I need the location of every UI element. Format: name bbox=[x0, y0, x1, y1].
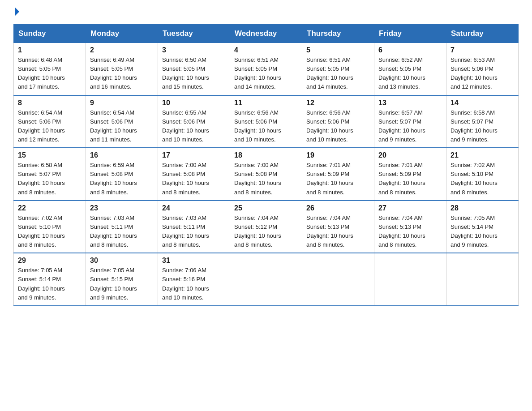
day-number: 23 bbox=[90, 204, 154, 212]
day-number: 16 bbox=[90, 151, 154, 159]
calendar-cell: 29 Sunrise: 7:05 AMSunset: 5:14 PMDaylig… bbox=[14, 253, 86, 305]
day-number: 10 bbox=[162, 99, 226, 107]
day-number: 28 bbox=[450, 204, 514, 212]
day-info: Sunrise: 7:00 AMSunset: 5:08 PMDaylight:… bbox=[162, 162, 209, 195]
day-info: Sunrise: 7:04 AMSunset: 5:13 PMDaylight:… bbox=[306, 214, 353, 248]
calendar-cell bbox=[374, 253, 446, 305]
day-info: Sunrise: 7:02 AMSunset: 5:10 PMDaylight:… bbox=[18, 214, 65, 248]
calendar-cell: 8 Sunrise: 6:54 AMSunset: 5:06 PMDayligh… bbox=[14, 95, 86, 148]
calendar-cell: 2 Sunrise: 6:49 AMSunset: 5:05 PMDayligh… bbox=[86, 43, 158, 95]
day-info: Sunrise: 6:53 AMSunset: 5:06 PMDaylight:… bbox=[450, 56, 498, 90]
day-info: Sunrise: 7:04 AMSunset: 5:12 PMDaylight:… bbox=[234, 214, 281, 248]
calendar-cell: 15 Sunrise: 6:58 AMSunset: 5:07 PMDaylig… bbox=[14, 148, 86, 201]
calendar-cell bbox=[446, 253, 519, 305]
calendar-cell: 25 Sunrise: 7:04 AMSunset: 5:12 PMDaylig… bbox=[230, 201, 302, 253]
calendar-cell: 22 Sunrise: 7:02 AMSunset: 5:10 PMDaylig… bbox=[14, 201, 86, 253]
calendar-cell: 24 Sunrise: 7:03 AMSunset: 5:11 PMDaylig… bbox=[158, 201, 230, 253]
day-info: Sunrise: 7:03 AMSunset: 5:11 PMDaylight:… bbox=[90, 214, 137, 248]
calendar-week-row: 15 Sunrise: 6:58 AMSunset: 5:07 PMDaylig… bbox=[14, 148, 519, 201]
day-info: Sunrise: 6:58 AMSunset: 5:07 PMDaylight:… bbox=[18, 162, 65, 195]
calendar-cell: 1 Sunrise: 6:48 AMSunset: 5:05 PMDayligh… bbox=[14, 43, 86, 95]
calendar-cell: 14 Sunrise: 6:58 AMSunset: 5:07 PMDaylig… bbox=[446, 95, 519, 148]
day-info: Sunrise: 6:51 AMSunset: 5:05 PMDaylight:… bbox=[306, 56, 353, 90]
day-info: Sunrise: 6:51 AMSunset: 5:05 PMDaylight:… bbox=[234, 56, 281, 90]
day-number: 4 bbox=[234, 46, 298, 54]
day-number: 12 bbox=[306, 99, 370, 107]
day-info: Sunrise: 6:57 AMSunset: 5:07 PMDaylight:… bbox=[378, 109, 425, 143]
calendar-cell: 9 Sunrise: 6:54 AMSunset: 5:06 PMDayligh… bbox=[86, 95, 158, 148]
calendar-cell: 30 Sunrise: 7:05 AMSunset: 5:15 PMDaylig… bbox=[86, 253, 158, 305]
calendar-table: SundayMondayTuesdayWednesdayThursdayFrid… bbox=[13, 24, 519, 306]
day-info: Sunrise: 6:54 AMSunset: 5:06 PMDaylight:… bbox=[18, 109, 65, 143]
day-number: 1 bbox=[18, 46, 82, 54]
day-number: 19 bbox=[306, 151, 370, 159]
day-info: Sunrise: 7:00 AMSunset: 5:08 PMDaylight:… bbox=[234, 162, 281, 195]
calendar-cell: 17 Sunrise: 7:00 AMSunset: 5:08 PMDaylig… bbox=[158, 148, 230, 201]
day-info: Sunrise: 6:54 AMSunset: 5:06 PMDaylight:… bbox=[90, 109, 137, 143]
day-number: 11 bbox=[234, 99, 298, 107]
day-info: Sunrise: 7:06 AMSunset: 5:16 PMDaylight:… bbox=[162, 267, 209, 300]
day-info: Sunrise: 6:56 AMSunset: 5:06 PMDaylight:… bbox=[306, 109, 353, 143]
day-info: Sunrise: 7:05 AMSunset: 5:15 PMDaylight:… bbox=[90, 267, 137, 300]
day-info: Sunrise: 6:50 AMSunset: 5:05 PMDaylight:… bbox=[162, 56, 209, 90]
weekday-header-tuesday: Tuesday bbox=[158, 25, 230, 43]
day-number: 14 bbox=[450, 99, 514, 107]
calendar-cell bbox=[302, 253, 374, 305]
calendar-cell: 4 Sunrise: 6:51 AMSunset: 5:05 PMDayligh… bbox=[230, 43, 302, 95]
calendar-cell: 16 Sunrise: 6:59 AMSunset: 5:08 PMDaylig… bbox=[86, 148, 158, 201]
weekday-header-saturday: Saturday bbox=[446, 25, 519, 43]
day-info: Sunrise: 6:48 AMSunset: 5:05 PMDaylight:… bbox=[18, 56, 65, 90]
day-info: Sunrise: 7:03 AMSunset: 5:11 PMDaylight:… bbox=[162, 214, 209, 248]
day-number: 5 bbox=[306, 46, 370, 54]
weekday-header-sunday: Sunday bbox=[14, 25, 86, 43]
day-number: 31 bbox=[162, 257, 226, 265]
calendar-cell: 5 Sunrise: 6:51 AMSunset: 5:05 PMDayligh… bbox=[302, 43, 374, 95]
day-info: Sunrise: 7:01 AMSunset: 5:09 PMDaylight:… bbox=[306, 162, 353, 195]
day-number: 22 bbox=[18, 204, 82, 212]
page-header bbox=[13, 9, 519, 16]
day-info: Sunrise: 7:02 AMSunset: 5:10 PMDaylight:… bbox=[450, 162, 498, 195]
day-info: Sunrise: 7:01 AMSunset: 5:09 PMDaylight:… bbox=[378, 162, 425, 195]
calendar-cell: 6 Sunrise: 6:52 AMSunset: 5:05 PMDayligh… bbox=[374, 43, 446, 95]
calendar-cell: 27 Sunrise: 7:04 AMSunset: 5:13 PMDaylig… bbox=[374, 201, 446, 253]
calendar-cell: 7 Sunrise: 6:53 AMSunset: 5:06 PMDayligh… bbox=[446, 43, 519, 95]
calendar-cell: 23 Sunrise: 7:03 AMSunset: 5:11 PMDaylig… bbox=[86, 201, 158, 253]
day-info: Sunrise: 6:49 AMSunset: 5:05 PMDaylight:… bbox=[90, 56, 137, 90]
day-number: 21 bbox=[450, 151, 514, 159]
day-info: Sunrise: 6:59 AMSunset: 5:08 PMDaylight:… bbox=[90, 162, 137, 195]
calendar-cell: 3 Sunrise: 6:50 AMSunset: 5:05 PMDayligh… bbox=[158, 43, 230, 95]
calendar-cell: 11 Sunrise: 6:56 AMSunset: 5:06 PMDaylig… bbox=[230, 95, 302, 148]
weekday-header-thursday: Thursday bbox=[302, 25, 374, 43]
calendar-cell: 10 Sunrise: 6:55 AMSunset: 5:06 PMDaylig… bbox=[158, 95, 230, 148]
weekday-header-wednesday: Wednesday bbox=[230, 25, 302, 43]
calendar-cell: 26 Sunrise: 7:04 AMSunset: 5:13 PMDaylig… bbox=[302, 201, 374, 253]
day-number: 24 bbox=[162, 204, 226, 212]
day-info: Sunrise: 7:05 AMSunset: 5:14 PMDaylight:… bbox=[18, 267, 65, 300]
day-number: 18 bbox=[234, 151, 298, 159]
day-info: Sunrise: 6:52 AMSunset: 5:05 PMDaylight:… bbox=[378, 56, 425, 90]
calendar-week-row: 22 Sunrise: 7:02 AMSunset: 5:10 PMDaylig… bbox=[14, 201, 519, 253]
day-number: 27 bbox=[378, 204, 442, 212]
day-number: 29 bbox=[18, 257, 82, 265]
day-number: 13 bbox=[378, 99, 442, 107]
day-number: 6 bbox=[378, 46, 442, 54]
calendar-cell: 12 Sunrise: 6:56 AMSunset: 5:06 PMDaylig… bbox=[302, 95, 374, 148]
day-info: Sunrise: 7:04 AMSunset: 5:13 PMDaylight:… bbox=[378, 214, 425, 248]
day-info: Sunrise: 6:56 AMSunset: 5:06 PMDaylight:… bbox=[234, 109, 281, 143]
logo-arrow-icon bbox=[15, 7, 19, 16]
day-number: 9 bbox=[90, 99, 154, 107]
day-number: 20 bbox=[378, 151, 442, 159]
calendar-cell: 28 Sunrise: 7:05 AMSunset: 5:14 PMDaylig… bbox=[446, 201, 519, 253]
day-number: 30 bbox=[90, 257, 154, 265]
day-info: Sunrise: 6:58 AMSunset: 5:07 PMDaylight:… bbox=[450, 109, 498, 143]
calendar-week-row: 1 Sunrise: 6:48 AMSunset: 5:05 PMDayligh… bbox=[14, 43, 519, 95]
day-number: 26 bbox=[306, 204, 370, 212]
day-info: Sunrise: 6:55 AMSunset: 5:06 PMDaylight:… bbox=[162, 109, 209, 143]
calendar-cell: 18 Sunrise: 7:00 AMSunset: 5:08 PMDaylig… bbox=[230, 148, 302, 201]
calendar-cell: 13 Sunrise: 6:57 AMSunset: 5:07 PMDaylig… bbox=[374, 95, 446, 148]
day-number: 15 bbox=[18, 151, 82, 159]
calendar-cell: 19 Sunrise: 7:01 AMSunset: 5:09 PMDaylig… bbox=[302, 148, 374, 201]
logo bbox=[13, 9, 19, 16]
weekday-header-row: SundayMondayTuesdayWednesdayThursdayFrid… bbox=[14, 25, 519, 43]
weekday-header-monday: Monday bbox=[86, 25, 158, 43]
